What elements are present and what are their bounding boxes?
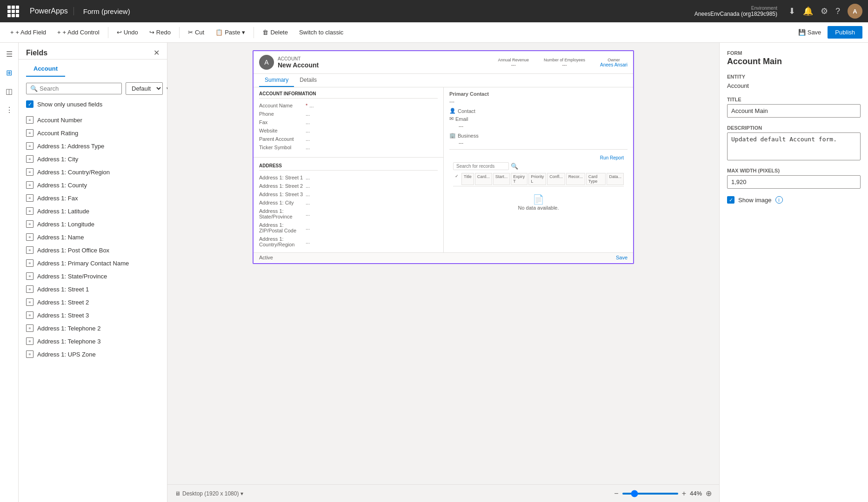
- owner-field: Owner Anees Ansari: [600, 58, 628, 67]
- status-save[interactable]: Save: [616, 255, 628, 260]
- chevron-down-icon: ▾: [240, 490, 243, 497]
- list-item[interactable]: ≡ Address 1: County: [19, 178, 167, 192]
- add-field-button[interactable]: + + Add Field: [6, 27, 51, 38]
- col-expiry[interactable]: Expiry T: [511, 173, 527, 185]
- paste-dropdown-icon: ▾: [242, 29, 245, 36]
- search-input[interactable]: [40, 85, 118, 92]
- show-image-row: Show image i: [727, 196, 861, 204]
- redo-button[interactable]: ↪ Redo: [145, 27, 175, 38]
- waffle-icon[interactable]: [6, 4, 20, 19]
- bell-icon[interactable]: 🔔: [803, 6, 813, 16]
- annual-revenue-field: Annual Revenue ---: [498, 58, 529, 67]
- list-item[interactable]: ≡ Address 1: Latitude: [19, 205, 167, 218]
- col-priority[interactable]: Priority L: [528, 173, 546, 185]
- paste-button[interactable]: 📋 Paste ▾: [211, 27, 250, 38]
- avatar[interactable]: A: [848, 4, 862, 19]
- search-records-row: 🔍: [453, 162, 624, 170]
- no-data-message: 📄 No data available.: [453, 186, 624, 218]
- cut-icon: ✂: [188, 29, 193, 36]
- list-item[interactable]: ≡ Address 1: Telephone 3: [19, 335, 167, 348]
- col-start[interactable]: Start...: [493, 173, 510, 185]
- col-title[interactable]: Title: [461, 173, 474, 185]
- list-item[interactable]: ≡ Address 1: Fax: [19, 192, 167, 205]
- add-control-icon: +: [57, 29, 61, 36]
- fields-list: ≡ Account Number ≡ Account Rating ≡ Addr…: [19, 112, 167, 502]
- account-info: ACCOUNT New Account: [278, 56, 319, 69]
- show-unused-checkbox[interactable]: [26, 100, 33, 108]
- search-records-input[interactable]: [453, 162, 509, 170]
- info-icon[interactable]: i: [775, 196, 783, 204]
- num-employees-field: Number of Employees ---: [544, 58, 585, 67]
- description-textarea[interactable]: Updated default Account form.: [727, 132, 861, 160]
- list-item[interactable]: ≡ Address 1: State/Province: [19, 270, 167, 283]
- list-item[interactable]: ≡ Account Number: [19, 113, 167, 126]
- run-report-button[interactable]: Run Report: [600, 155, 624, 160]
- list-item[interactable]: ≡ Address 1: Post Office Box: [19, 244, 167, 257]
- nav-hamburger-icon[interactable]: ☰: [2, 46, 17, 61]
- switch-classic-button[interactable]: Switch to classic: [294, 27, 348, 38]
- form-field-row: Phone ...: [259, 110, 438, 118]
- publish-button[interactable]: Publish: [828, 26, 862, 39]
- field-type-icon: ≡: [26, 129, 33, 137]
- form-field-row: Address 1: Street 2 ...: [259, 182, 438, 190]
- list-item[interactable]: ≡ Address 1: Primary Contact Name: [19, 257, 167, 270]
- form-field-row: Address 1: Street 3 ...: [259, 190, 438, 198]
- zoom-controls: − + 44% ⊕: [614, 489, 712, 498]
- zoom-slider[interactable]: [622, 493, 678, 495]
- cut-button[interactable]: ✂ Cut: [183, 27, 209, 38]
- search-records-icon[interactable]: 🔍: [511, 163, 518, 170]
- zoom-in-button[interactable]: +: [682, 489, 686, 498]
- undo-button[interactable]: ↩ Undo: [112, 27, 143, 38]
- zoom-level: 44%: [690, 490, 702, 497]
- show-unused-row: Show only unused fields: [19, 99, 167, 112]
- zoom-out-button[interactable]: −: [614, 489, 618, 498]
- field-type-icon: ≡: [26, 259, 33, 267]
- nav-fields-icon[interactable]: ⊞: [2, 65, 17, 80]
- max-width-input[interactable]: [727, 175, 861, 189]
- list-item[interactable]: ≡ Address 1: Name: [19, 231, 167, 244]
- nav-tree-icon[interactable]: ⋮: [2, 102, 17, 117]
- delete-button[interactable]: 🗑 Delete: [258, 27, 293, 38]
- monitor-icon: 🖥: [175, 490, 180, 497]
- tab-summary[interactable]: Summary: [259, 74, 294, 87]
- search-box[interactable]: 🔍: [26, 83, 122, 94]
- canvas-bottom-bar: 🖥 Desktop (1920 x 1080) ▾ − + 44% ⊕: [167, 484, 719, 502]
- fields-account-tab[interactable]: Account: [26, 61, 65, 77]
- show-image-checkbox[interactable]: [727, 196, 734, 204]
- form-field-row: Address 1: City ...: [259, 198, 438, 207]
- col-recor[interactable]: Recor...: [566, 173, 585, 185]
- filter-select[interactable]: Default: [126, 82, 163, 95]
- list-item[interactable]: ≡ Address 1: Telephone 2: [19, 322, 167, 335]
- col-card[interactable]: Card...: [475, 173, 492, 185]
- list-item[interactable]: ≡ Address 1: Street 3: [19, 309, 167, 322]
- gear-icon[interactable]: ⚙: [821, 6, 828, 16]
- help-icon[interactable]: ?: [835, 7, 840, 16]
- save-button[interactable]: 💾 Save: [794, 27, 826, 38]
- fields-title: Fields: [26, 49, 47, 57]
- title-input[interactable]: [727, 104, 861, 118]
- list-item[interactable]: ≡ Address 1: Street 1: [19, 283, 167, 296]
- col-confl[interactable]: Confl...: [547, 173, 565, 185]
- field-type-icon: ≡: [26, 220, 33, 228]
- list-item[interactable]: ≡ Address 1: UPS Zone: [19, 348, 167, 361]
- col-cardtype[interactable]: Card Type: [586, 173, 606, 185]
- tab-details[interactable]: Details: [294, 74, 322, 87]
- list-item[interactable]: ≡ Address 1: Longitude: [19, 218, 167, 231]
- separator-1: [108, 27, 108, 38]
- col-data[interactable]: Data...: [607, 173, 624, 185]
- list-item[interactable]: ≡ Account Rating: [19, 126, 167, 139]
- fields-close-button[interactable]: ✕: [154, 48, 160, 57]
- add-control-button[interactable]: + + Add Control: [53, 27, 104, 38]
- environment-block: Environment AneesEnvCanada (org1829c985): [694, 6, 777, 17]
- email-item: ✉ Email: [449, 116, 628, 122]
- list-item[interactable]: ≡ Address 1: Country/Region: [19, 165, 167, 178]
- list-item[interactable]: ≡ Address 1: Address Type: [19, 139, 167, 152]
- list-item[interactable]: ≡ Address 1: City: [19, 152, 167, 165]
- form-status-bar: Active Save: [254, 252, 633, 262]
- fit-screen-button[interactable]: ⊕: [706, 489, 712, 498]
- nav-components-icon[interactable]: ◫: [2, 84, 17, 99]
- device-selector[interactable]: 🖥 Desktop (1920 x 1080) ▾: [175, 490, 243, 497]
- field-type-icon: ≡: [26, 311, 33, 319]
- download-icon[interactable]: ⬇: [788, 6, 795, 16]
- list-item[interactable]: ≡ Address 1: Street 2: [19, 296, 167, 309]
